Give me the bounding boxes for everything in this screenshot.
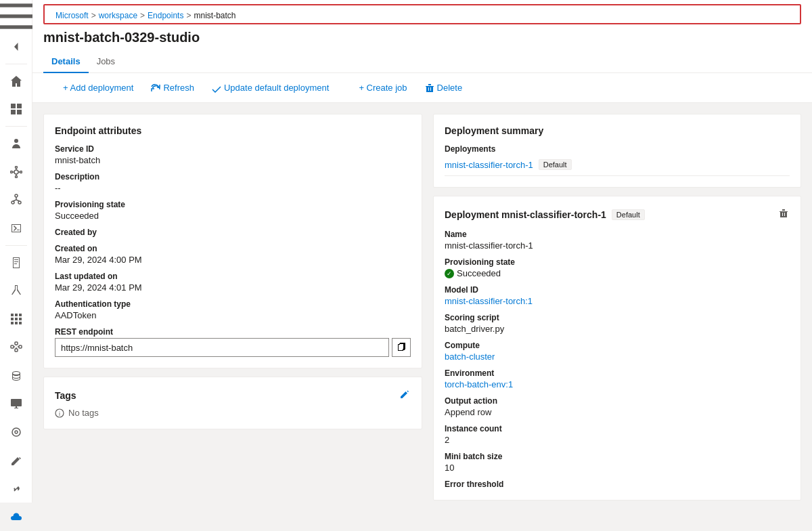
scoring-script-label: Scoring script: [445, 313, 790, 322]
auth-type-label: Authentication type: [55, 299, 411, 309]
name-value: mnist-classifier-torch-1: [445, 240, 790, 251]
sidebar-experiment-icon[interactable]: [0, 277, 32, 305]
copy-endpoint-button[interactable]: [392, 338, 411, 357]
output-action-value: Append row: [445, 407, 790, 417]
model-id-value[interactable]: mnist-classifier-torch:1: [445, 296, 790, 306]
sidebar: [0, 0, 32, 531]
sidebar-data-icon[interactable]: [0, 362, 32, 390]
sidebar-back-button[interactable]: [0, 33, 32, 61]
tab-details[interactable]: Details: [43, 51, 89, 73]
last-updated-value: Mar 29, 2024 4:01 PM: [55, 282, 411, 293]
content-area: Endpoint attributes Service ID mnist-bat…: [32, 103, 812, 531]
breadcrumb-microsoft[interactable]: Microsoft: [55, 11, 89, 20]
svg-rect-3: [11, 104, 16, 108]
sidebar-pipeline-icon[interactable]: [0, 333, 32, 362]
svg-rect-27: [15, 318, 18, 320]
service-id-label: Service ID: [55, 144, 411, 154]
deployment-summary-card: Deployment summary Deployments mnist-cla…: [433, 114, 801, 188]
created-by-label: Created by: [55, 228, 411, 237]
rest-endpoint-row: [55, 338, 411, 357]
tags-edit-button[interactable]: [399, 388, 411, 402]
update-default-button[interactable]: Update default deployment: [204, 79, 336, 97]
error-threshold-label: Error threshold: [445, 480, 790, 489]
deployments-label: Deployments: [445, 144, 790, 154]
sidebar-home-icon[interactable]: [0, 67, 32, 95]
svg-rect-33: [15, 342, 18, 345]
instance-count-value: 2: [445, 435, 790, 445]
tags-title: Tags: [55, 390, 76, 401]
svg-rect-25: [19, 314, 22, 316]
svg-point-12: [20, 171, 22, 173]
tags-card: Tags i No tags: [43, 377, 422, 429]
breadcrumb-workspace[interactable]: workspace: [99, 11, 137, 20]
svg-rect-24: [15, 314, 18, 316]
sidebar-monitor-icon[interactable]: [0, 389, 32, 418]
svg-line-22: [16, 200, 20, 201]
compute-value[interactable]: batch-cluster: [445, 352, 790, 362]
tab-jobs[interactable]: Jobs: [89, 51, 123, 73]
sidebar-edit-icon[interactable]: [0, 446, 32, 475]
breadcrumb-current: mnist-batch: [194, 11, 235, 20]
mini-batch-size-value: 10: [445, 463, 790, 473]
scoring-script-value: batch_driver.py: [445, 324, 790, 334]
service-id-value: mnist-batch: [55, 155, 411, 165]
sidebar-cloud-icon[interactable]: [0, 503, 32, 531]
delete-button[interactable]: Delete: [418, 79, 470, 97]
environment-label: Environment: [445, 368, 790, 378]
svg-rect-34: [15, 349, 18, 352]
breadcrumb-endpoints[interactable]: Endpoints: [148, 11, 183, 20]
svg-point-7: [14, 139, 18, 143]
svg-rect-6: [17, 110, 22, 114]
hamburger-button[interactable]: [0, 0, 32, 33]
svg-rect-29: [11, 322, 14, 324]
deployment-detail-badge: Default: [612, 209, 645, 220]
sidebar-terminal-icon[interactable]: [0, 214, 32, 242]
svg-point-42: [12, 428, 20, 436]
auth-type-value: AADToken: [55, 310, 411, 320]
svg-point-10: [15, 175, 17, 177]
environment-value[interactable]: torch-batch-env:1: [445, 379, 790, 389]
deploy-provisioning-label: Provisioning state: [445, 257, 790, 267]
rest-endpoint-input[interactable]: [55, 338, 389, 357]
deployment-detail-delete-button[interactable]: [777, 207, 790, 221]
svg-rect-40: [11, 399, 22, 406]
breadcrumb: Microsoft > workspace > Endpoints > mnis…: [43, 4, 801, 24]
sidebar-tree-icon[interactable]: [0, 186, 32, 215]
svg-rect-31: [19, 322, 22, 324]
description-value: --: [55, 183, 411, 193]
deployment-summary-name[interactable]: mnist-classifier-torch-1: [445, 160, 533, 170]
svg-rect-35: [19, 345, 22, 348]
sidebar-nodes-icon[interactable]: [0, 158, 32, 186]
sidebar-notebook-icon[interactable]: [0, 249, 32, 277]
svg-rect-2: [0, 25, 32, 28]
rest-endpoint-label: REST endpoint: [55, 327, 411, 337]
svg-point-41: [15, 431, 18, 433]
model-id-label: Model ID: [445, 285, 790, 295]
toolbar: + Add deployment Refresh Update default …: [32, 73, 812, 103]
breadcrumb-sep-3: >: [186, 11, 191, 20]
created-on-label: Created on: [55, 244, 411, 253]
svg-rect-0: [0, 3, 32, 7]
sidebar-link-icon[interactable]: [0, 475, 32, 503]
deployment-default-badge: Default: [539, 159, 572, 170]
breadcrumb-sep-1: >: [91, 11, 96, 20]
svg-rect-32: [11, 345, 14, 348]
create-job-button[interactable]: + Create job: [339, 79, 414, 97]
svg-line-21: [13, 200, 16, 201]
endpoint-attributes-card: Endpoint attributes Service ID mnist-bat…: [43, 114, 422, 368]
description-label: Description: [55, 172, 411, 182]
deployment-detail-title: Deployment mnist-classifier-torch-1: [445, 209, 606, 220]
refresh-button[interactable]: Refresh: [143, 79, 202, 97]
svg-text:i: i: [59, 410, 60, 417]
compute-label: Compute: [445, 341, 790, 350]
add-deployment-button[interactable]: + Add deployment: [43, 79, 141, 97]
endpoint-attributes-title: Endpoint attributes: [55, 125, 411, 136]
sidebar-dashboard-icon[interactable]: [0, 95, 32, 123]
sidebar-people-icon[interactable]: [0, 129, 32, 158]
provisioning-state-label: Provisioning state: [55, 200, 411, 209]
sidebar-settings2-icon[interactable]: [0, 418, 32, 446]
last-updated-label: Last updated on: [55, 272, 411, 281]
sidebar-grid-icon[interactable]: [0, 305, 32, 333]
deploy-provisioning-text: Succeeded: [457, 268, 501, 278]
svg-rect-1: [0, 14, 32, 18]
